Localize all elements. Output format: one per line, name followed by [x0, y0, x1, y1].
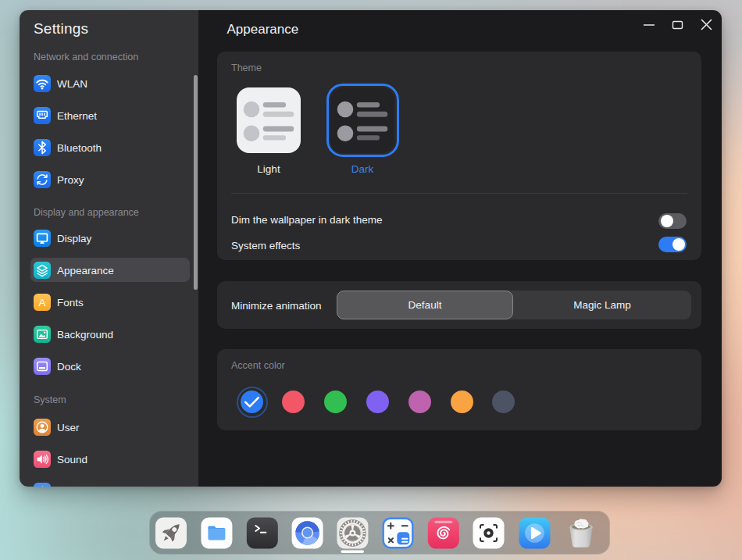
svg-text:A: A [38, 296, 45, 308]
